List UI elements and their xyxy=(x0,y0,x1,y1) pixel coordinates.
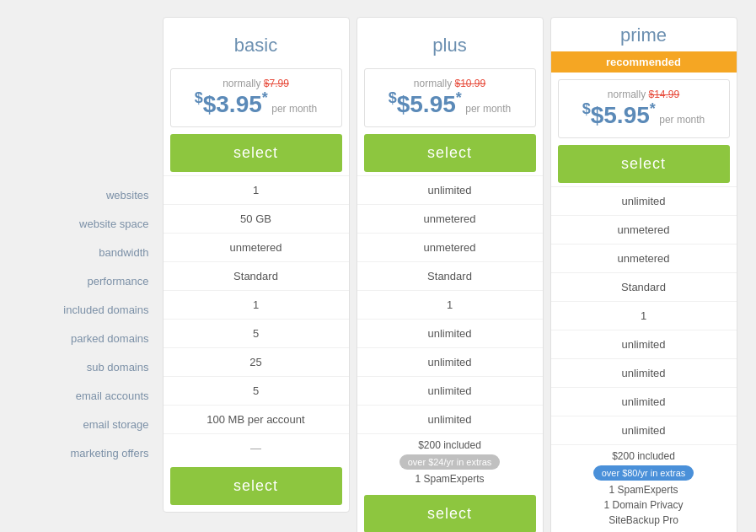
plan-prime: prime recommended normally $14.99 $$5.95… xyxy=(550,17,737,532)
plus-price-box: normally $10.99 $$5.95* per month xyxy=(364,68,536,127)
prime-marketing-offers: $200 included xyxy=(612,450,675,462)
prime-websites: unlimited xyxy=(551,186,737,215)
plus-select-bottom[interactable]: select xyxy=(364,495,536,532)
prime-website-space: unmetered xyxy=(551,215,737,244)
prime-sitebackup: SiteBackup Pro xyxy=(609,514,678,526)
prime-sub-domains: unlimited xyxy=(551,358,737,387)
plus-website-space: unmetered xyxy=(357,204,543,233)
basic-select-bottom[interactable]: select xyxy=(170,467,342,505)
plus-marketing-offers: $200 included xyxy=(418,439,481,451)
prime-extras-badge: over $80/yr in extras xyxy=(593,465,694,481)
prime-price-box: normally $14.99 $$5.95* per month xyxy=(558,79,730,138)
plus-spam-experts: 1 SpamExperts xyxy=(415,473,484,485)
plus-normally: normally $10.99 xyxy=(378,78,522,89)
label-bandwidth: bandwidth xyxy=(16,239,159,267)
prime-price: $$5.95* per month xyxy=(572,100,716,129)
basic-old-price: $7.99 xyxy=(264,78,289,89)
basic-price-box: normally $7.99 $$3.95* per month xyxy=(170,68,342,127)
pricing-container: websites website space bandwidth perform… xyxy=(16,17,741,532)
basic-plan-name: basic xyxy=(164,28,349,62)
plus-parked-domains: unlimited xyxy=(357,319,543,347)
basic-select-top[interactable]: select xyxy=(170,134,342,172)
prime-email-accounts: unlimited xyxy=(551,387,737,416)
basic-performance: Standard xyxy=(164,261,349,290)
prime-included-domains: 1 xyxy=(551,301,737,330)
plus-websites: unlimited xyxy=(357,175,543,204)
prime-per-month: per month xyxy=(659,114,705,126)
label-websites: websites xyxy=(16,181,159,210)
plus-per-month: per month xyxy=(465,103,511,115)
label-sub-domains: sub domains xyxy=(16,353,159,382)
prime-spam-experts: 1 SpamExperts xyxy=(609,484,678,496)
label-parked-domains: parked domains xyxy=(16,325,159,353)
label-email-storage: email storage xyxy=(16,411,159,439)
prime-select-top[interactable]: select xyxy=(558,145,730,183)
label-performance: performance xyxy=(16,267,159,296)
plus-included-domains: 1 xyxy=(357,290,543,319)
plan-basic: basic normally $7.99 $$3.95* per month s… xyxy=(163,17,350,513)
label-included-domains: included domains xyxy=(16,296,159,325)
prime-performance: Standard xyxy=(551,272,737,301)
prime-plan-name: prime xyxy=(551,18,737,51)
basic-included-domains: 1 xyxy=(164,290,349,319)
feature-labels: websites website space bandwidth perform… xyxy=(16,17,159,468)
prime-recommended-badge: recommended xyxy=(551,51,737,73)
prime-parked-domains: unlimited xyxy=(551,330,737,358)
basic-email-accounts: 5 xyxy=(164,376,349,405)
label-marketing-offers: marketing offers xyxy=(16,439,159,468)
plus-extras: $200 included over $24/yr in extras 1 Sp… xyxy=(357,433,543,490)
plus-extras-badge: over $24/yr in extras xyxy=(399,454,501,470)
plus-sub-domains: unlimited xyxy=(357,347,543,376)
basic-website-space: 50 GB xyxy=(164,204,349,233)
basic-bandwidth: unmetered xyxy=(164,233,349,261)
plus-old-price: $10.99 xyxy=(455,78,486,89)
plan-plus: plus normally $10.99 $$5.95* per month s… xyxy=(357,17,544,532)
prime-email-storage: unlimited xyxy=(551,416,737,444)
basic-sub-domains: 25 xyxy=(164,347,349,376)
prime-extras: $200 included over $80/yr in extras 1 Sp… xyxy=(551,444,737,531)
basic-email-storage: 100 MB per account xyxy=(164,405,349,433)
plus-header: plus xyxy=(357,18,543,62)
plus-email-accounts: unlimited xyxy=(357,376,543,405)
basic-normally: normally $7.99 xyxy=(185,78,328,89)
prime-old-price: $14.99 xyxy=(649,89,680,100)
plus-performance: Standard xyxy=(357,261,543,290)
prime-normally: normally $14.99 xyxy=(572,89,716,100)
basic-header: basic xyxy=(164,18,349,62)
label-website-space: website space xyxy=(16,210,159,239)
plus-email-storage: unlimited xyxy=(357,405,543,433)
prime-title-area: prime recommended xyxy=(551,18,737,73)
prime-domain-privacy: 1 Domain Privacy xyxy=(603,499,683,511)
basic-parked-domains: 5 xyxy=(164,319,349,347)
basic-marketing-offers: — xyxy=(164,433,349,462)
plus-price: $$5.95* per month xyxy=(378,89,522,118)
plus-plan-name: plus xyxy=(357,28,543,62)
basic-price: $$3.95* per month xyxy=(185,89,328,118)
label-email-accounts: email accounts xyxy=(16,382,159,411)
basic-per-month: per month xyxy=(271,103,317,115)
prime-bandwidth: unmetered xyxy=(551,244,737,272)
plus-bandwidth: unmetered xyxy=(357,233,543,261)
plus-select-top[interactable]: select xyxy=(364,134,536,172)
basic-websites: 1 xyxy=(164,175,349,204)
